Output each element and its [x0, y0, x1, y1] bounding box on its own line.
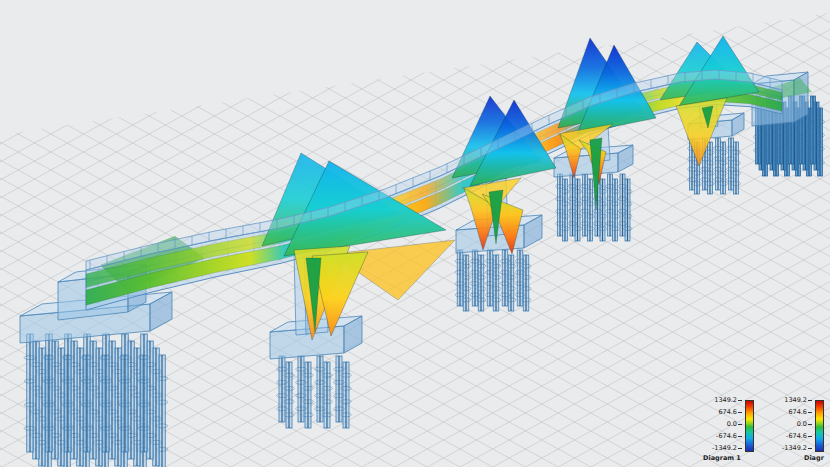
fea-application-viewport: { "legends": [ { "title": "Diagram 1", "…	[0, 0, 830, 467]
legend-tick-label: 674.6	[718, 408, 737, 416]
tick-mark	[738, 400, 742, 401]
legend-title: Diagram 1	[690, 455, 754, 462]
legend-tick-label: -674.6	[716, 432, 737, 440]
color-scale-bar	[745, 400, 754, 452]
tick-mark	[808, 400, 812, 401]
legend-title: Diagr	[804, 455, 830, 462]
tick-mark	[738, 424, 742, 425]
legend-tick-label: -674.6	[786, 432, 807, 440]
tick-mark	[808, 448, 812, 449]
pile-group	[455, 250, 531, 311]
legend-diagram-1: 1349.2 674.6 0.0 -674.6 -1349.2 Diagram …	[690, 398, 754, 467]
pile-group	[24, 334, 168, 467]
legend-tick-label: 0.0	[727, 420, 737, 428]
tick-mark	[808, 412, 812, 413]
legend-diagram-2: 1349.2 674.6 0.0 -674.6 -1349.2 Diagr	[760, 398, 824, 467]
tick-mark	[738, 436, 742, 437]
legend-tick-label: -1349.2	[782, 444, 807, 452]
tick-mark	[738, 412, 742, 413]
legend-tick-label: 1349.2	[784, 396, 807, 404]
tick-mark	[738, 448, 742, 449]
legend-tick-label: -1349.2	[712, 444, 737, 452]
legend-tick-label: 674.6	[788, 408, 807, 416]
legend-tick-label: 0.0	[797, 420, 807, 428]
legend-tick-label: 1349.2	[714, 396, 737, 404]
color-scale-bar	[815, 400, 824, 452]
tick-mark	[808, 436, 812, 437]
tick-mark	[808, 424, 812, 425]
